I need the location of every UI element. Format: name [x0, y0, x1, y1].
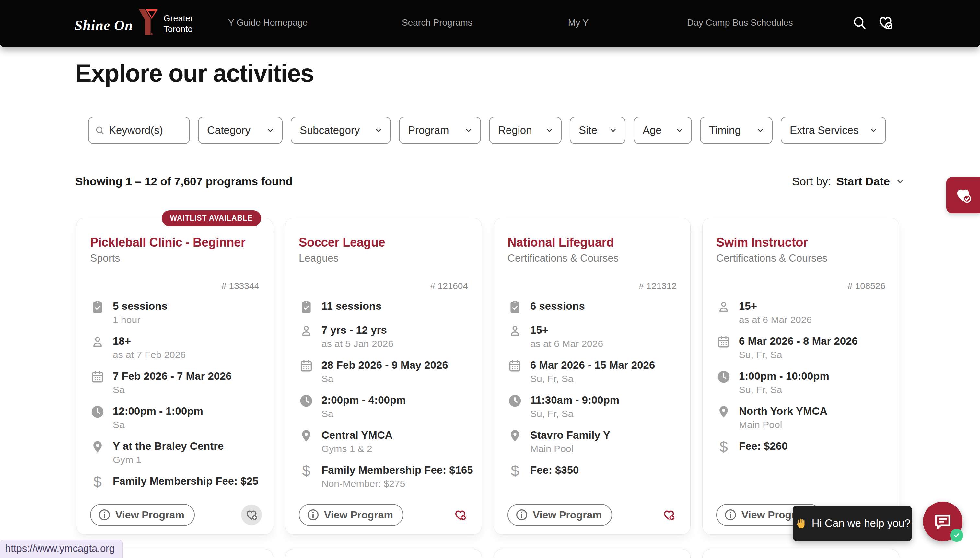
- program-id: # 121312: [507, 281, 677, 291]
- detail-main-text: 12:00pm - 1:00pm: [113, 405, 203, 418]
- filter-dropdown-timing[interactable]: Timing: [700, 117, 773, 144]
- calendar-icon: [299, 359, 314, 374]
- wave-hand-icon: [794, 517, 807, 530]
- detail-sub-text: Gym 1: [113, 454, 223, 466]
- detail-sub-text: Gyms 1 & 2: [322, 443, 392, 455]
- view-program-button[interactable]: View Program: [299, 504, 404, 526]
- program-card-grid: WAITLIST AVAILABLEPickleball Clinic - Be…: [76, 218, 899, 535]
- detail-row-clock: 2:00pm - 4:00pmSa: [299, 394, 468, 420]
- program-id: # 121604: [299, 281, 468, 291]
- sort-chevron-down-icon[interactable]: [895, 176, 906, 187]
- sort-label: Sort by:: [792, 175, 831, 188]
- person-icon: [299, 324, 314, 339]
- filter-dropdown-region[interactable]: Region: [489, 117, 561, 144]
- view-program-button[interactable]: View Program: [507, 504, 612, 526]
- brand-region-label: Greater Toronto: [163, 13, 193, 37]
- detail-sub-text: Su, Fr, Sa: [739, 384, 829, 396]
- add-to-favourites-button[interactable]: [450, 504, 471, 525]
- person-icon: [716, 300, 731, 315]
- filter-label: Site: [579, 124, 597, 136]
- clock-icon: [716, 370, 731, 385]
- filter-dropdown-site[interactable]: Site: [570, 117, 625, 144]
- program-title[interactable]: Pickleball Clinic - Beginner: [90, 236, 259, 249]
- person-icon: [507, 324, 522, 339]
- filter-dropdown-age[interactable]: Age: [634, 117, 692, 144]
- filter-dropdown-subcategory[interactable]: Subcategory: [291, 117, 391, 144]
- program-card: National LifeguardCertifications & Cours…: [494, 218, 691, 535]
- filter-bar: CategorySubcategoryProgramRegionSiteAgeT…: [88, 117, 886, 144]
- sort-control[interactable]: Sort by: Start Date: [792, 175, 906, 188]
- filter-dropdown-program[interactable]: Program: [399, 117, 481, 144]
- clock-icon: [299, 394, 314, 409]
- add-to-favourites-button[interactable]: [658, 504, 679, 525]
- info-icon: [515, 509, 528, 521]
- detail-main-text: 6 sessions: [530, 300, 585, 313]
- favourites-side-badge[interactable]: [946, 177, 980, 213]
- program-title[interactable]: Soccer League: [299, 236, 468, 249]
- search-icon[interactable]: [852, 15, 867, 30]
- info-icon: [98, 509, 111, 521]
- program-category: Certifications & Courses: [716, 252, 885, 264]
- program-title[interactable]: National Lifeguard: [507, 236, 677, 249]
- results-summary: Showing 1 – 12 of 7,607 programs found: [75, 175, 293, 188]
- chevron-down-icon: [266, 126, 275, 135]
- detail-row-calendar: 7 Feb 2026 - 7 Mar 2026Sa: [90, 370, 259, 396]
- program-title[interactable]: Swim Instructor: [716, 236, 885, 249]
- nav-item-search-programs[interactable]: Search Programs: [402, 18, 473, 28]
- detail-row-person: 7 yrs - 12 yrsas at 5 Jan 2026: [299, 324, 468, 350]
- detail-main-text: Stavro Family Y: [530, 429, 610, 441]
- detail-row-clock: 12:00pm - 1:00pmSa: [90, 405, 259, 431]
- detail-row-dollar: $Fee: $350: [507, 464, 677, 479]
- nav-item-y-guide-homepage[interactable]: Y Guide Homepage: [228, 18, 307, 28]
- nav-item-day-camp-bus-schedules[interactable]: Day Camp Bus Schedules: [687, 18, 793, 28]
- add-to-favourites-button[interactable]: [241, 504, 262, 525]
- program-id: # 108526: [716, 281, 885, 291]
- detail-main-text: 6 Mar 2026 - 8 Mar 2026: [739, 335, 858, 348]
- filter-dropdown-extra-services[interactable]: Extra Services: [781, 117, 886, 144]
- detail-row-clock: 1:00pm - 10:00pmSu, Fr, Sa: [716, 370, 885, 396]
- card-next-row: [285, 549, 482, 558]
- chevron-down-icon: [374, 126, 383, 135]
- ymca-logo[interactable]: Shine On Greater Toronto: [74, 7, 193, 37]
- heart-check-icon: [954, 185, 973, 205]
- detail-main-text: 11 sessions: [322, 300, 381, 313]
- calendar-icon: [90, 370, 105, 385]
- favourites-heart-icon[interactable]: [876, 14, 895, 32]
- next-row-card-tops: [76, 549, 899, 558]
- page-title: Explore our activities: [75, 59, 314, 87]
- detail-main-text: 1:00pm - 10:00pm: [739, 370, 829, 383]
- detail-row-pin: Central YMCAGyms 1 & 2: [299, 429, 468, 455]
- sort-value[interactable]: Start Date: [836, 175, 890, 188]
- dollar-icon: $: [299, 464, 314, 479]
- pin-icon: [299, 429, 314, 444]
- filter-label: Region: [498, 124, 532, 136]
- detail-sub-text: Sa: [113, 419, 203, 431]
- detail-main-text: Family Membership Fee: $25: [113, 475, 258, 488]
- detail-main-text: Fee: $350: [530, 464, 579, 477]
- keyword-search-field[interactable]: [88, 117, 190, 144]
- heart-plus-icon: [453, 507, 468, 522]
- dollar-icon: $: [90, 475, 105, 490]
- detail-main-text: 28 Feb 2026 - 9 May 2026: [322, 359, 448, 372]
- detail-row-calendar: 6 Mar 2026 - 8 Mar 2026Su, Fr, Sa: [716, 335, 885, 361]
- detail-main-text: 2:00pm - 4:00pm: [322, 394, 406, 407]
- view-program-button[interactable]: View Program: [90, 504, 195, 526]
- clock-icon: [90, 405, 105, 420]
- keyword-input[interactable]: [109, 124, 184, 136]
- program-details: 5 sessions1 hour18+as at 7 Feb 20267 Feb…: [90, 300, 259, 490]
- detail-main-text: North York YMCA: [739, 405, 827, 418]
- shine-on-wordmark: Shine On: [74, 17, 133, 37]
- chevron-down-icon: [609, 126, 618, 135]
- clipboard-check-icon: [299, 300, 314, 315]
- detail-sub-text: as at 6 Mar 2026: [739, 314, 812, 326]
- card-footer: View Program: [507, 504, 679, 526]
- nav-item-my-y[interactable]: My Y: [568, 18, 589, 28]
- detail-row-calendar: 6 Mar 2026 - 15 Mar 2026Su, Fr, Sa: [507, 359, 677, 385]
- filter-dropdown-category[interactable]: Category: [198, 117, 282, 144]
- waitlist-badge: WAITLIST AVAILABLE: [162, 210, 261, 226]
- detail-main-text: Central YMCA: [322, 429, 392, 441]
- detail-main-text: Y at the Braley Centre: [113, 440, 223, 453]
- pin-icon: [507, 429, 522, 444]
- program-card: WAITLIST AVAILABLEPickleball Clinic - Be…: [76, 218, 273, 535]
- chat-launcher-button[interactable]: [923, 502, 962, 541]
